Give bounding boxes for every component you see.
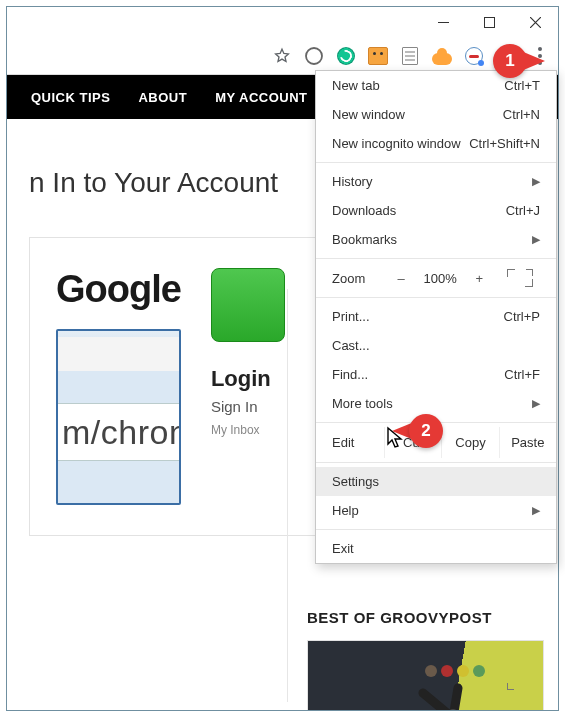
menu-cast[interactable]: Cast... (316, 331, 556, 360)
edit-paste-button[interactable]: Paste (499, 427, 556, 458)
submenu-arrow-icon: ▶ (532, 233, 540, 246)
menu-label: Edit (316, 427, 384, 458)
callout-tail-icon (521, 51, 545, 71)
callout-one: 1 (493, 44, 545, 78)
zoom-value: 100% (419, 271, 461, 286)
edit-copy-button[interactable]: Copy (441, 427, 498, 458)
browser-screenshot: + m/chrome/int (56, 329, 181, 505)
extension-page-icon[interactable] (400, 46, 420, 66)
menu-label: Help (332, 503, 359, 518)
extension-grammarly-icon[interactable] (336, 46, 356, 66)
menu-label: Zoom (332, 271, 365, 286)
chrome-menu: New tab Ctrl+T New window Ctrl+N New inc… (315, 70, 557, 564)
menu-label: More tools (332, 396, 393, 411)
extension-toodledo-icon[interactable] (368, 46, 388, 66)
svg-point-6 (473, 665, 485, 677)
menu-separator (316, 462, 556, 463)
menu-label: Exit (332, 541, 354, 556)
menu-label: History (332, 174, 372, 189)
svg-point-4 (441, 665, 453, 677)
menu-label: Cast... (332, 338, 370, 353)
extension-lastpass-icon[interactable] (464, 46, 484, 66)
menu-label: Find... (332, 367, 368, 382)
callout-bubble: 2 (409, 414, 443, 448)
menu-find[interactable]: Find... Ctrl+F (316, 360, 556, 389)
window-minimize-button[interactable] (420, 7, 466, 37)
menu-label: New tab (332, 78, 380, 93)
menu-label: Print... (332, 309, 370, 324)
menu-exit[interactable]: Exit (316, 534, 556, 563)
nav-quick-tips[interactable]: QUICK TIPS (31, 90, 110, 105)
menu-settings[interactable]: Settings (316, 467, 556, 496)
screenshot-tab (56, 337, 179, 371)
zoom-in-button[interactable]: + (467, 271, 491, 286)
menu-separator (316, 162, 556, 163)
submenu-arrow-icon: ▶ (532, 175, 540, 188)
menu-label: New window (332, 107, 405, 122)
sidebar-column: BEST OF GROOVYPOST HOW-TO What is Cord C… (307, 609, 544, 710)
window-close-button[interactable] (512, 7, 558, 37)
pliers-icon (403, 663, 503, 710)
menu-label: New incognito window (332, 136, 461, 151)
submenu-arrow-icon: ▶ (532, 397, 540, 410)
menu-shortcut: Ctrl+P (504, 309, 540, 324)
submenu-arrow-icon: ▶ (532, 504, 540, 517)
login-subtitle[interactable]: Sign In (211, 398, 285, 415)
extension-circle-icon[interactable] (304, 46, 324, 66)
menu-help[interactable]: Help ▶ (316, 496, 556, 525)
nav-my-account[interactable]: MY ACCOUNT (215, 90, 307, 105)
best-of-title: BEST OF GROOVYPOST (307, 609, 544, 626)
mouse-cursor-icon (386, 426, 406, 450)
zoom-out-button[interactable]: – (389, 271, 413, 286)
window-titlebar (7, 7, 558, 37)
menu-shortcut: Ctrl+Shift+N (469, 136, 540, 151)
login-title: Login (211, 366, 285, 392)
extension-cloud-icon[interactable] (432, 46, 452, 66)
window-maximize-button[interactable] (466, 7, 512, 37)
card-right: Login Sign In My Inbox (211, 268, 285, 505)
svg-point-2 (306, 48, 322, 64)
menu-separator (316, 297, 556, 298)
menu-zoom-row: Zoom – 100% + (316, 263, 556, 293)
menu-separator (316, 529, 556, 530)
nav-about[interactable]: ABOUT (138, 90, 187, 105)
login-block: Login Sign In My Inbox (211, 366, 285, 437)
menu-shortcut: Ctrl+F (504, 367, 540, 382)
best-of-card[interactable]: HOW-TO What is Cord Cutting? Your Guide … (307, 640, 544, 710)
menu-shortcut: Ctrl+N (503, 107, 540, 122)
column-divider (287, 289, 288, 702)
svg-point-5 (457, 665, 469, 677)
menu-label: Bookmarks (332, 232, 397, 247)
menu-label: Downloads (332, 203, 396, 218)
fullscreen-button[interactable] (507, 269, 533, 287)
menu-shortcut: Ctrl+J (506, 203, 540, 218)
google-block: Google + m/chrome/int (56, 268, 181, 505)
menu-bookmarks[interactable]: Bookmarks ▶ (316, 225, 556, 254)
best-of-image (308, 641, 543, 710)
google-title: Google (56, 268, 181, 311)
bookmark-star-icon[interactable] (272, 46, 292, 66)
menu-history[interactable]: History ▶ (316, 167, 556, 196)
login-myinbox[interactable]: My Inbox (211, 423, 285, 437)
green-app-icon (211, 268, 285, 342)
svg-rect-0 (438, 22, 449, 23)
svg-point-3 (425, 665, 437, 677)
menu-separator (316, 258, 556, 259)
screenshot-tabbar: + (58, 331, 179, 371)
menu-label: Settings (332, 474, 379, 489)
svg-rect-1 (484, 17, 494, 27)
menu-shortcut: Ctrl+T (504, 78, 540, 93)
screenshot-url-text: m/chrome/int (56, 403, 179, 461)
menu-new-window[interactable]: New window Ctrl+N (316, 100, 556, 129)
menu-print[interactable]: Print... Ctrl+P (316, 302, 556, 331)
menu-new-incognito[interactable]: New incognito window Ctrl+Shift+N (316, 129, 556, 158)
menu-downloads[interactable]: Downloads Ctrl+J (316, 196, 556, 225)
